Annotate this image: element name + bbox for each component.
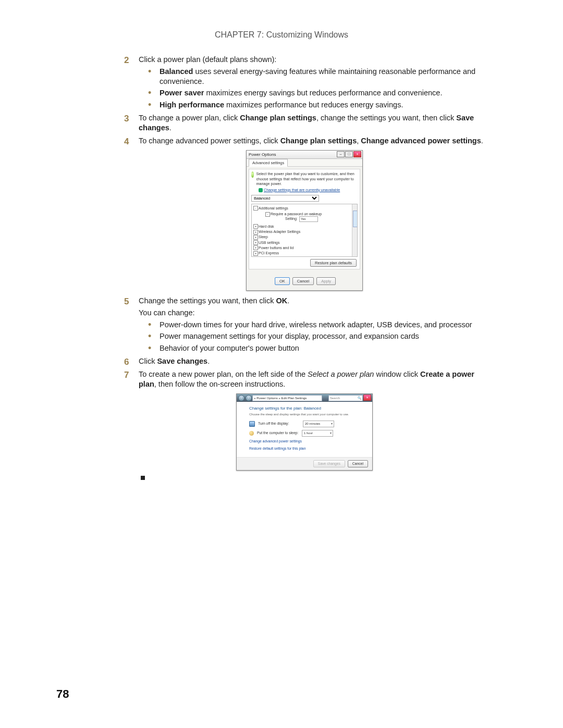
bullet-item: High performance maximizes performance b… bbox=[139, 100, 485, 110]
step-number: 6 bbox=[124, 356, 129, 368]
step-4: 4 To change advanced power settings, cli… bbox=[124, 136, 485, 146]
uac-link[interactable]: Change settings that are currently unava… bbox=[259, 188, 358, 193]
ok-button[interactable]: OK bbox=[275, 277, 290, 285]
sleep-dropdown[interactable]: 1 hour bbox=[302, 430, 333, 437]
tree-item[interactable]: Sleep bbox=[259, 235, 268, 239]
tree-toggle-icon[interactable]: + bbox=[253, 230, 258, 235]
window-chrome: ‹ › « Power Options » Edit Plan Settings… bbox=[237, 394, 372, 402]
maximize-button[interactable]: □ bbox=[345, 151, 353, 157]
edit-plan-settings-window: ‹ › « Power Options » Edit Plan Settings… bbox=[236, 393, 373, 471]
tree-item[interactable]: Power buttons and lid bbox=[259, 246, 293, 250]
bullet-bold: High performance bbox=[160, 101, 224, 109]
page-header: CHAPTER 7: Customizing Windows bbox=[0, 30, 563, 40]
step-text: Click a power plan (default plans shown)… bbox=[139, 55, 276, 64]
scrollbar[interactable] bbox=[352, 204, 357, 256]
row-label: Put the computer to sleep: bbox=[257, 431, 299, 436]
step-number: 3 bbox=[124, 113, 129, 125]
nav-back-icon[interactable]: ‹ bbox=[238, 395, 244, 401]
cancel-button[interactable]: Cancel bbox=[348, 460, 368, 467]
row-label: Turn off the display: bbox=[258, 422, 300, 426]
tree-setting-row: Setting:Yes bbox=[271, 216, 354, 222]
heading: Change settings for the plan: Balanced bbox=[249, 406, 360, 412]
step-text: Click Save changes. bbox=[139, 357, 210, 365]
step-7: 7 To create a new power plan, on the lef… bbox=[124, 369, 485, 389]
restore-defaults-link[interactable]: Restore default settings for this plan bbox=[249, 447, 360, 451]
step-number: 4 bbox=[124, 136, 129, 147]
tree-item[interactable]: Require a password on wakeup bbox=[271, 212, 322, 216]
tree-toggle-icon[interactable]: - bbox=[265, 212, 270, 217]
advanced-settings-link[interactable]: Change advanced power settings bbox=[249, 439, 360, 444]
step-2: 2 Click a power plan (default plans show… bbox=[124, 55, 485, 110]
end-of-section bbox=[124, 473, 485, 483]
search-icon: 🔍 bbox=[358, 396, 361, 401]
close-button[interactable]: × bbox=[363, 394, 371, 401]
save-changes-button[interactable]: Save changes bbox=[313, 460, 345, 467]
tab-advanced-settings[interactable]: Advanced settings bbox=[249, 159, 288, 167]
info-text: Select the power plan that you want to c… bbox=[256, 171, 358, 187]
setting-dropdown[interactable]: Yes bbox=[299, 216, 318, 222]
step-text: To change advanced power settings, click… bbox=[139, 137, 483, 145]
close-button[interactable]: × bbox=[353, 151, 361, 157]
bullet-text: uses several energy-saving features whil… bbox=[160, 67, 475, 85]
bullet-item: Behavior of your computer's power button bbox=[139, 343, 485, 353]
bullet-text: maximizes performance but reduces energy… bbox=[224, 101, 403, 109]
step-number: 5 bbox=[124, 296, 129, 307]
info-row: Select the power plan that you want to c… bbox=[251, 171, 358, 187]
tree-item[interactable]: Additional settings bbox=[259, 206, 288, 210]
bullet-item: Balanced uses several energy-saving feat… bbox=[139, 67, 485, 87]
tab-row: Advanced settings bbox=[247, 159, 362, 167]
step-number: 2 bbox=[124, 55, 129, 66]
nav-forward-icon[interactable]: › bbox=[246, 395, 252, 401]
restore-defaults-button[interactable]: Restore plan defaults bbox=[310, 259, 357, 267]
page-content: 2 Click a power plan (default plans show… bbox=[124, 55, 485, 483]
scrollbar-thumb[interactable] bbox=[353, 211, 358, 227]
step-6: 6 Click Save changes. bbox=[124, 356, 485, 366]
tree-item[interactable]: Wireless Adapter Settings bbox=[259, 230, 300, 233]
tree-item[interactable]: PCI Express bbox=[259, 251, 279, 255]
display-off-row: Turn off the display: 20 minutes bbox=[249, 421, 360, 427]
display-off-dropdown[interactable]: 20 minutes bbox=[303, 421, 334, 427]
cancel-button[interactable]: Cancel bbox=[292, 277, 314, 285]
step-text: To change a power plan, click Change pla… bbox=[139, 114, 474, 132]
breadcrumb[interactable]: « Power Options » Edit Plan Settings bbox=[252, 395, 322, 401]
document-page: CHAPTER 7: Customizing Windows 2 Click a… bbox=[0, 0, 563, 728]
bullet-bold: Balanced bbox=[160, 67, 193, 76]
power-options-dialog: Power Options – □ × Advanced settings Se… bbox=[246, 150, 363, 291]
search-input[interactable]: Search🔍 bbox=[328, 395, 363, 401]
end-mark-icon bbox=[141, 476, 145, 480]
tree-toggle-icon[interactable]: + bbox=[253, 240, 258, 245]
step-number: 7 bbox=[124, 369, 129, 381]
tree-item[interactable]: USB settings bbox=[259, 241, 279, 244]
step-3: 3 To change a power plan, click Change p… bbox=[124, 113, 485, 133]
tree-toggle-icon[interactable]: + bbox=[253, 224, 258, 229]
tree-item[interactable]: Processor power management bbox=[259, 256, 308, 257]
apply-button[interactable]: Apply bbox=[316, 277, 336, 285]
tree-toggle-icon[interactable]: + bbox=[253, 245, 258, 250]
moon-icon bbox=[249, 431, 254, 436]
step-text: To create a new power plan, on the left … bbox=[139, 370, 474, 388]
tree-toggle-icon[interactable]: + bbox=[253, 251, 258, 256]
tree-item[interactable]: Hard disk bbox=[259, 225, 274, 228]
dialog-title-bar: Power Options – □ × bbox=[247, 151, 362, 159]
minimize-button[interactable]: – bbox=[337, 151, 345, 157]
subheading: Choose the sleep and display settings th… bbox=[249, 413, 360, 417]
settings-tree[interactable]: -Additional settings -Require a password… bbox=[251, 204, 358, 257]
plan-select[interactable]: Balanced bbox=[251, 195, 319, 202]
dialog-title: Power Options bbox=[249, 152, 276, 157]
bullet-bold: Power saver bbox=[160, 89, 204, 97]
power-icon bbox=[251, 171, 254, 178]
step-5: 5 Change the settings you want, then cli… bbox=[124, 296, 485, 353]
tree-toggle-icon[interactable]: + bbox=[253, 256, 258, 257]
page-number: 78 bbox=[56, 687, 69, 701]
bullet-item: Power saver maximizes energy savings but… bbox=[139, 88, 485, 98]
bullet-item: Power management settings for your displ… bbox=[139, 331, 485, 341]
step-text: Change the settings you want, then click… bbox=[139, 297, 289, 305]
monitor-icon bbox=[249, 421, 255, 427]
sleep-row: Put the computer to sleep: 1 hour bbox=[249, 430, 360, 437]
shield-icon bbox=[259, 188, 263, 192]
bullet-text: maximizes energy savings but reduces per… bbox=[204, 89, 442, 97]
step-subtext: You can change: bbox=[139, 308, 485, 318]
tree-toggle-icon[interactable]: - bbox=[253, 206, 258, 211]
tree-toggle-icon[interactable]: + bbox=[253, 235, 258, 240]
bullet-item: Power-down times for your hard drive, wi… bbox=[139, 320, 485, 330]
